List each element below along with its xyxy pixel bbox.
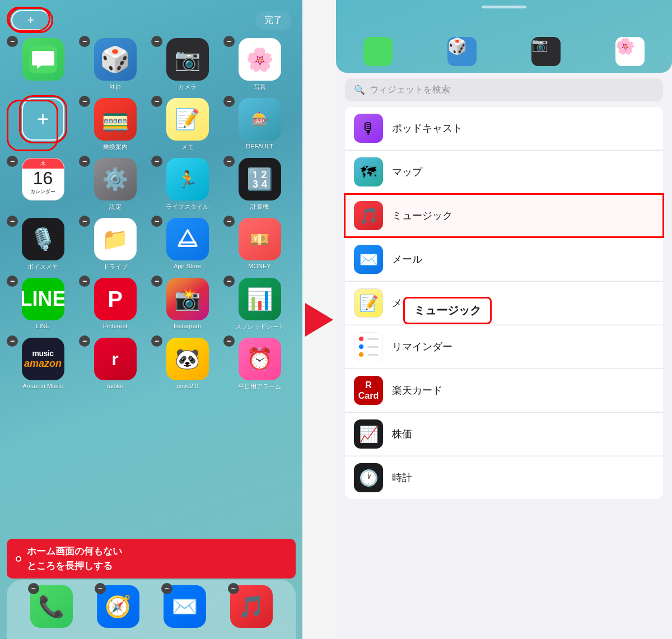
memo-icon: 📝: [166, 98, 209, 141]
music-popup-label: ミュージック: [403, 297, 492, 324]
drive-icon: 📁: [94, 218, 137, 260]
apps-row-3: − 木 16 カレンダー − ⚙️ 設定 − 🏃 ライフスタイル − 🔢: [0, 156, 302, 213]
dock-music[interactable]: − 🎵: [230, 585, 273, 628]
phone-mockup-top: 🎲 📷 🌸: [336, 0, 672, 73]
reminders-widget-icon: [354, 332, 383, 361]
add-widget-button[interactable]: +: [22, 98, 64, 141]
widget-item-clock[interactable]: 🕐 時計: [345, 456, 663, 499]
minus-badge: −: [151, 216, 162, 227]
widget-item-podcasts[interactable]: 🎙 ポッドキャスト: [345, 107, 663, 150]
widget-item-reminders[interactable]: リマインダー: [345, 325, 663, 368]
widget-item-music[interactable]: 🎵 ミュージック: [345, 194, 663, 237]
minus-badge: −: [151, 335, 162, 347]
podcasts-widget-icon: 🎙: [354, 114, 383, 143]
app-appstore[interactable]: − App Store: [153, 218, 221, 271]
minus-badge: −: [7, 36, 18, 47]
app-settings[interactable]: − ⚙️ 設定: [81, 158, 149, 211]
add-widget-item[interactable]: +: [9, 98, 77, 151]
widget-search-bar[interactable]: 🔍 ウィジェットを検索: [345, 78, 663, 101]
right-arrow-icon: [305, 303, 333, 337]
app-alarm[interactable]: − ⏰ 平日用アラーム: [226, 338, 293, 391]
appstore-label: App Store: [174, 263, 201, 269]
app-calendar[interactable]: − 木 16 カレンダー: [9, 158, 77, 211]
plus-icon-large: +: [37, 108, 49, 131]
photos-icon: 🌸: [239, 38, 281, 81]
app-money[interactable]: − 💴 MONEY: [226, 218, 293, 271]
apps-row-5: − LINE LINE − P Pinterest − 📸 Instagram …: [0, 276, 302, 333]
minus-badge: −: [79, 276, 90, 287]
add-button-top[interactable]: +: [11, 10, 50, 30]
app-tenki[interactable]: − 🎲 ki.jp: [81, 38, 149, 91]
stocks-widget-icon: 📈: [354, 419, 383, 449]
calc-icon: 🔢: [239, 158, 281, 200]
maps-label: マップ: [392, 165, 654, 179]
widget-item-maps[interactable]: 🗺 マップ: [345, 151, 663, 193]
app-sheets[interactable]: − 📊 スプレッドシート: [226, 278, 293, 331]
widget-list: 🎙 ポッドキャスト 🗺 マップ 🎵 ミュージック ✉️ メール: [336, 107, 672, 639]
minus-badge: −: [151, 36, 162, 47]
home-instruction-label: ホーム画面の何もないところを長押しする: [7, 539, 296, 579]
app-line[interactable]: − LINE LINE: [9, 278, 77, 331]
minus-badge: −: [7, 335, 18, 347]
radiko-label: radiko: [107, 383, 124, 389]
calendar-icon: 木 16 カレンダー: [22, 158, 64, 200]
app-messages[interactable]: −: [9, 38, 77, 91]
lifestyle-icon: 🏃: [166, 158, 209, 200]
app-memo[interactable]: − 📝 メモ: [153, 98, 221, 151]
dock: − 📞 − 🧭 − ✉️ − 🎵: [7, 580, 296, 639]
minus-badge: −: [151, 96, 162, 107]
minus-badge: −: [161, 583, 172, 594]
dock-phone[interactable]: − 📞: [30, 585, 73, 628]
app-voice[interactable]: − 🎙️ ボイスメモ: [9, 218, 77, 271]
widget-item-notes[interactable]: 📝 メモ: [345, 282, 663, 324]
widget-item-rakuten[interactable]: RCard 楽天カード: [345, 369, 663, 412]
minus-badge: −: [79, 216, 90, 227]
minus-badge: −: [79, 96, 90, 107]
dock-mail[interactable]: − ✉️: [164, 585, 206, 628]
app-default[interactable]: − 🎰 DEFAULT: [226, 98, 293, 151]
app-lifestyle[interactable]: − 🏃 ライフスタイル: [153, 158, 221, 211]
app-drive[interactable]: − 📁 ドライブ: [81, 218, 149, 271]
settings-icon: ⚙️: [94, 158, 137, 200]
app-povo[interactable]: − 🐼 povo2.0: [153, 338, 221, 391]
arrow-section: [302, 0, 336, 639]
mini-icon-camera: 📷: [531, 37, 561, 66]
dock-safari[interactable]: − 🧭: [97, 585, 139, 628]
mini-icon-blue: 🎲: [447, 37, 477, 66]
phone-notch: [482, 6, 526, 8]
app-photos[interactable]: − 🌸 写真: [226, 38, 293, 91]
alarm-label: 平日用アラーム: [238, 383, 281, 391]
app-calc[interactable]: − 🔢 計算機: [226, 158, 293, 211]
camera-label: カメラ: [178, 83, 197, 91]
line-icon: LINE: [22, 278, 64, 320]
camera-icon: 📷: [166, 38, 209, 81]
minus-badge: −: [7, 216, 18, 227]
maps-widget-icon: 🗺: [354, 157, 383, 186]
widget-item-stocks[interactable]: 📈 株価: [345, 413, 663, 455]
plus-icon: +: [27, 13, 35, 27]
search-placeholder: ウィジェットを検索: [370, 84, 450, 96]
mini-icon-green: [363, 37, 393, 66]
reminders-label: リマインダー: [392, 340, 654, 353]
right-widget-panel: 🎲 📷 🌸 🔍 ウィジェットを検索 🎙 ポッドキャスト 🗺 マッ: [336, 0, 672, 639]
sheets-icon: 📊: [239, 278, 281, 320]
settings-label: 設定: [109, 203, 122, 211]
apps-row-4: − 🎙️ ボイスメモ − 📁 ドライブ − App Store − 💴: [0, 216, 302, 273]
app-camera[interactable]: − 📷 カメラ: [153, 38, 221, 91]
app-instagram[interactable]: − 📸 Instagram: [153, 278, 221, 331]
clock-widget-icon: 🕐: [354, 463, 383, 492]
app-pinterest[interactable]: − P Pinterest: [81, 278, 149, 331]
done-button[interactable]: 完了: [255, 11, 291, 30]
app-radiko[interactable]: − r radiko: [81, 338, 149, 391]
amazon-music-icon: music amazon: [22, 338, 64, 380]
done-label: 完了: [264, 15, 282, 25]
apps-row-1: − − 🎲 ki.jp − 📷 カメラ − 🌸 写真: [0, 36, 302, 94]
messages-icon: [22, 38, 64, 81]
podcasts-label: ポッドキャスト: [392, 122, 654, 135]
minus-badge: −: [79, 36, 90, 47]
app-amazon-music[interactable]: − music amazon Amazon Music: [9, 338, 77, 391]
radiko-icon: r: [94, 338, 137, 380]
widget-item-mail[interactable]: ✉️ メール: [345, 238, 663, 281]
app-transit[interactable]: − 🚃 乗換案内: [81, 98, 149, 151]
left-iphone-screen: + 完了 − − 🎲 ki.jp − 📷 カメ: [0, 0, 302, 639]
